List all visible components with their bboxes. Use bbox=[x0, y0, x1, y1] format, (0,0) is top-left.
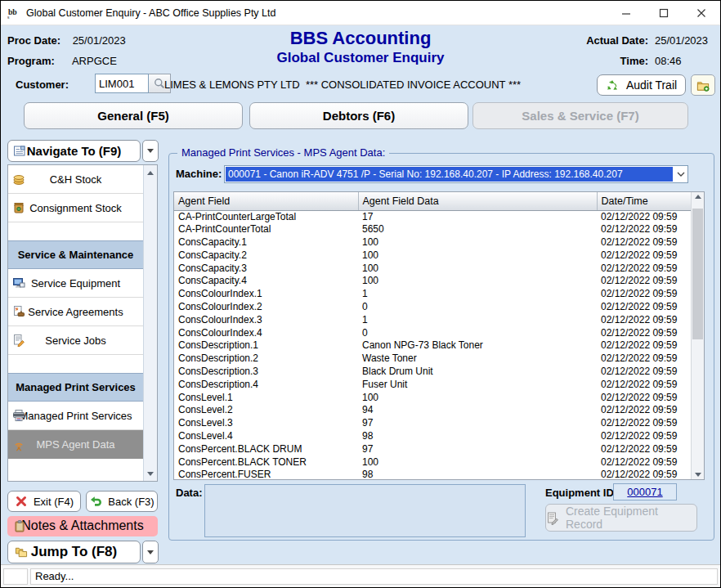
app-window: bbs Global Customer Enquiry - ABC Office… bbox=[0, 0, 721, 588]
jump-to-button[interactable]: Jump To (F8) bbox=[7, 541, 141, 563]
record-pencil-icon bbox=[546, 511, 559, 524]
table-cell: 17 bbox=[358, 210, 597, 223]
col-agent-field-data[interactable]: Agent Field Data bbox=[358, 192, 597, 210]
antenna-icon bbox=[12, 438, 25, 451]
data-label: Data: bbox=[176, 487, 203, 499]
maximize-button[interactable] bbox=[645, 1, 683, 25]
col-date-time[interactable]: Date/Time bbox=[597, 192, 691, 210]
table-row[interactable]: ConsCapacity.110002/12/2022 09:59 bbox=[174, 236, 691, 249]
navigate-dropdown-button[interactable] bbox=[142, 140, 159, 162]
table-row[interactable]: ConsColourIndex.2002/12/2022 09:59 bbox=[174, 301, 691, 314]
table-cell: ConsColourIndex.3 bbox=[174, 314, 358, 327]
back-label: Back (F3) bbox=[108, 496, 154, 508]
jump-dropdown-button[interactable] bbox=[142, 541, 159, 563]
table-cell: 02/12/2022 09:59 bbox=[597, 301, 691, 314]
maximize-icon bbox=[658, 7, 670, 19]
scroll-up-icon[interactable] bbox=[692, 195, 704, 199]
jump-to-label: Jump To (F8) bbox=[31, 544, 117, 560]
table-row[interactable]: ConsColourIndex.3102/12/2022 09:59 bbox=[174, 314, 691, 327]
table-cell: 0 bbox=[358, 327, 597, 340]
table-cell: 02/12/2022 09:59 bbox=[597, 210, 691, 223]
table-cell: CA-PrintCounterLargeTotal bbox=[174, 210, 358, 223]
table-cell: ConsPercent.FUSER bbox=[174, 469, 358, 480]
table-cell: 100 bbox=[358, 392, 597, 405]
customer-code-input[interactable]: LIM001 bbox=[95, 74, 149, 93]
table-row[interactable]: ConsLevel.110002/12/2022 09:59 bbox=[174, 392, 691, 405]
status-text: Ready... bbox=[30, 568, 718, 585]
table-cell: ConsCapacity.2 bbox=[174, 249, 358, 263]
data-textarea[interactable] bbox=[204, 484, 526, 537]
minimize-button[interactable] bbox=[607, 1, 645, 25]
table-cell: 02/12/2022 09:59 bbox=[597, 404, 691, 417]
header-right: Actual Date:25/01/2023 Time:08:46 bbox=[586, 30, 714, 71]
table-row[interactable]: ConsPercent.BLACK TONER10002/12/2022 09:… bbox=[174, 456, 691, 469]
scrollbar-thumb[interactable] bbox=[692, 209, 703, 339]
coins-icon bbox=[12, 173, 25, 186]
machine-dropdown-icon[interactable] bbox=[674, 166, 687, 182]
create-equipment-record-label: Create Equipment Record bbox=[566, 505, 696, 531]
table-cell: 100 bbox=[358, 263, 597, 276]
monitor-icon bbox=[12, 276, 25, 290]
sidebar-item-c-h-stock[interactable]: C&H Stock bbox=[8, 165, 143, 194]
sidebar-item-label: Managed Print Services bbox=[8, 410, 143, 422]
table-scrollbar[interactable] bbox=[691, 192, 704, 479]
table-row[interactable]: ConsPercent.FUSER9802/12/2022 09:59 bbox=[174, 469, 691, 480]
chevron-down-icon bbox=[147, 149, 154, 153]
table-header-row: Agent Field Agent Field Data Date/Time bbox=[174, 192, 691, 210]
scroll-down-icon[interactable] bbox=[144, 467, 157, 480]
table-cell: 100 bbox=[358, 236, 597, 249]
table-cell: ConsCapacity.1 bbox=[174, 236, 358, 249]
table-row[interactable]: ConsPercent.BLACK DRUM9702/12/2022 09:59 bbox=[174, 443, 691, 456]
sidebar-item-label: Service Jobs bbox=[8, 334, 143, 347]
table-row[interactable]: CA-PrintCounterTotal565002/12/2022 09:59 bbox=[174, 223, 691, 236]
sidebar-item-service-jobs[interactable]: Service Jobs bbox=[8, 326, 143, 355]
folders-icon bbox=[15, 545, 28, 559]
sidebar-item-label: MPS Agent Data bbox=[8, 438, 143, 451]
machine-selected-value: 000071 - Canon iR-ADV 4751 /P - Serial N… bbox=[226, 167, 673, 182]
table-row[interactable]: ConsLevel.29402/12/2022 09:59 bbox=[174, 404, 691, 417]
sidebar-scrollbar[interactable] bbox=[143, 165, 157, 481]
navigate-to-button[interactable]: Navigate To (F9) bbox=[7, 140, 141, 162]
tab-debtors[interactable]: Debtors (F6) bbox=[249, 102, 468, 129]
table-row[interactable]: ConsCapacity.310002/12/2022 09:59 bbox=[174, 263, 691, 276]
exit-label: Exit (F4) bbox=[34, 496, 74, 508]
audit-trail-button[interactable]: Audit Trail bbox=[597, 74, 686, 96]
sidebar-item-service-equipment[interactable]: Service Equipment bbox=[8, 269, 143, 298]
close-button[interactable] bbox=[683, 1, 720, 25]
sidebar-group-label: Managed Print Services bbox=[16, 381, 136, 393]
sidebar-item-managed-print-services[interactable]: Managed Print Services bbox=[8, 402, 143, 430]
sidebar-item-consignment-stock[interactable]: Consignment Stock bbox=[8, 194, 143, 222]
sidebar-item-mps-agent-data[interactable]: MPS Agent Data bbox=[8, 430, 143, 459]
table-row[interactable]: ConsCapacity.410002/12/2022 09:59 bbox=[174, 275, 691, 288]
table-cell: ConsPercent.BLACK DRUM bbox=[174, 443, 358, 456]
table-row[interactable]: CA-PrintCounterLargeTotal1702/12/2022 09… bbox=[174, 210, 691, 223]
navigate-list: C&H StockConsignment StockService & Main… bbox=[7, 164, 158, 482]
table-cell: 97 bbox=[358, 417, 597, 430]
table-row[interactable]: ConsDescription.4Fuser Unit02/12/2022 09… bbox=[174, 379, 691, 392]
red-x-icon bbox=[15, 495, 28, 508]
table-row[interactable]: ConsColourIndex.4002/12/2022 09:59 bbox=[174, 327, 691, 340]
table-row[interactable]: ConsCapacity.210002/12/2022 09:59 bbox=[174, 249, 691, 263]
table-row[interactable]: ConsLevel.39702/12/2022 09:59 bbox=[174, 417, 691, 430]
scroll-up-icon[interactable] bbox=[144, 166, 157, 179]
equipment-id-link[interactable]: 000071 bbox=[627, 486, 662, 498]
back-button[interactable]: Back (F3) bbox=[86, 491, 158, 512]
table-cell: 94 bbox=[358, 404, 597, 417]
col-agent-field[interactable]: Agent Field bbox=[174, 192, 358, 210]
open-folder-button[interactable] bbox=[691, 74, 715, 96]
title-bar: bbs Global Customer Enquiry - ABC Office… bbox=[1, 1, 720, 25]
notes-attachments-button[interactable]: Notes & Attachments bbox=[7, 516, 158, 536]
exit-button[interactable]: Exit (F4) bbox=[7, 491, 81, 512]
table-row[interactable]: ConsLevel.49802/12/2022 09:59 bbox=[174, 430, 691, 443]
table-cell: 5650 bbox=[358, 223, 597, 236]
sidebar-item-service-agreements[interactable]: Service Agreements bbox=[8, 298, 143, 326]
tab-general[interactable]: General (F5) bbox=[24, 102, 243, 129]
table-row[interactable]: ConsColourIndex.1102/12/2022 09:59 bbox=[174, 288, 691, 301]
table-row[interactable]: ConsDescription.3Black Drum Unit02/12/20… bbox=[174, 366, 691, 379]
scroll-down-icon[interactable] bbox=[692, 473, 704, 477]
table-row[interactable]: ConsDescription.2Waste Toner02/12/2022 0… bbox=[174, 352, 691, 366]
back-arrow-icon bbox=[89, 495, 102, 508]
machine-select[interactable]: 000071 - Canon iR-ADV 4751 /P - Serial N… bbox=[224, 165, 688, 183]
table-cell: ConsLevel.1 bbox=[174, 392, 358, 405]
table-row[interactable]: ConsDescription.1Canon NPG-73 Black Tone… bbox=[174, 339, 691, 352]
